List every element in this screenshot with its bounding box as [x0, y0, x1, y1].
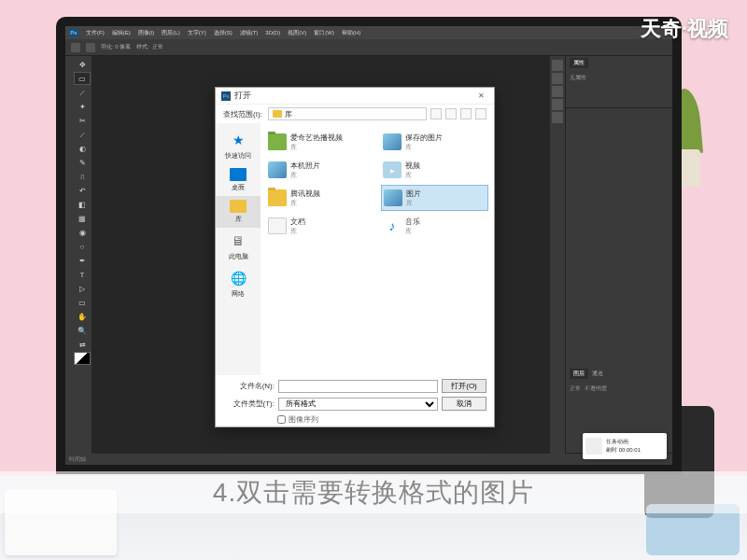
file-item[interactable]: 保存的图片 库: [381, 129, 488, 155]
cancel-button[interactable]: 取消: [442, 397, 486, 411]
style-value[interactable]: 正常: [152, 43, 163, 51]
file-item[interactable]: 腾讯视频 库: [266, 185, 374, 211]
file-item[interactable]: ♪ 音乐 库: [381, 213, 488, 239]
pictures-icon: [383, 133, 402, 150]
tab-channels[interactable]: 通道: [588, 369, 607, 379]
music-icon: ♪: [383, 217, 402, 234]
folder-icon: [268, 133, 287, 150]
panel-icon-1[interactable]: [552, 60, 563, 71]
pen-tool[interactable]: ✒: [74, 254, 91, 267]
sidebar-label: 桌面: [232, 183, 245, 192]
left-strip: [65, 56, 73, 454]
ps-logo-icon: Ps: [69, 28, 78, 37]
menu-filter[interactable]: 滤镜(T): [240, 29, 259, 37]
menu-image[interactable]: 图像(I): [138, 29, 155, 37]
notification-popup[interactable]: 任务动画 剩时 00:00:01: [583, 433, 667, 459]
zoom-tool[interactable]: 🔍: [74, 324, 91, 337]
dialog-ps-icon: Ps: [221, 91, 231, 101]
sidebar-item-net[interactable]: 🌐 网络: [216, 265, 261, 302]
blur-tool[interactable]: ◉: [74, 226, 91, 239]
filename-label: 文件名(N):: [223, 381, 275, 391]
sidebar-item-lib[interactable]: 库: [216, 196, 261, 228]
file-item[interactable]: 文档 库: [266, 213, 374, 239]
filetype-select[interactable]: 所有格式: [278, 398, 438, 411]
file-type: 库: [290, 199, 320, 208]
fg-bg-swatch[interactable]: [74, 352, 91, 365]
path-dropdown[interactable]: 库: [268, 107, 427, 120]
stamp-tool[interactable]: ⎍: [74, 170, 91, 183]
nav-back-button[interactable]: [430, 108, 442, 119]
heal-tool[interactable]: ◐: [74, 142, 91, 155]
sidebar-item-pc[interactable]: 🖥 此电脑: [216, 228, 261, 265]
tab-properties[interactable]: 属性: [570, 58, 588, 68]
dialog-titlebar: Ps 打开 ✕: [216, 88, 494, 105]
file-type: 库: [405, 227, 420, 236]
menu-layer[interactable]: 图层(L): [162, 29, 179, 37]
file-type: 库: [405, 171, 420, 180]
file-type: 库: [406, 199, 421, 208]
style-label: 样式:: [136, 43, 149, 51]
file-type: 库: [405, 143, 443, 152]
crop-tool[interactable]: ✂: [74, 114, 91, 127]
nav-view-button[interactable]: [475, 108, 486, 119]
monitor-frame: Ps 文件(F) 编辑(E) 图像(I) 图层(L) 文字(Y) 选择(S) 滤…: [56, 17, 682, 474]
tool-preset-icon[interactable]: [71, 43, 80, 52]
marquee-mode-icon[interactable]: [86, 43, 95, 52]
move-tool[interactable]: ✥: [74, 58, 91, 71]
file-item[interactable]: 视频 库: [381, 157, 488, 183]
eraser-tool[interactable]: ◧: [74, 198, 91, 211]
filename-input[interactable]: [278, 380, 438, 393]
panel-icon-5[interactable]: [552, 112, 563, 123]
lasso-tool[interactable]: ⟋: [74, 86, 91, 99]
close-icon[interactable]: ✕: [473, 91, 488, 100]
nav-up-button[interactable]: [445, 108, 457, 119]
sequence-checkbox[interactable]: [277, 415, 286, 424]
sidebar-label: 网络: [232, 289, 245, 299]
open-button[interactable]: 打开(O): [442, 379, 486, 393]
panel-icon-4[interactable]: [552, 99, 563, 110]
open-dialog: Ps 打开 ✕ 查找范围(I): 库 ★: [215, 87, 495, 427]
watermark: 天奇·视频: [641, 15, 728, 43]
menu-select[interactable]: 选择(S): [214, 29, 233, 37]
panel-icon-2[interactable]: [552, 73, 563, 84]
menu-edit[interactable]: 编辑(E): [112, 29, 131, 37]
sidebar-item-desktop[interactable]: 桌面: [216, 164, 261, 196]
file-name: 腾讯视频: [290, 189, 320, 199]
shape-tool[interactable]: ▭: [74, 296, 91, 309]
panel-icon-3[interactable]: [552, 86, 563, 97]
file-name: 文档: [290, 217, 305, 227]
dialog-title: 打开: [234, 90, 473, 102]
marquee-tool[interactable]: ▭: [74, 72, 91, 85]
file-item[interactable]: 爱奇艺热播视频 库: [266, 129, 374, 155]
menu-view[interactable]: 视图(V): [288, 29, 306, 37]
video-icon: [383, 161, 402, 178]
file-item[interactable]: 本机照片 库: [266, 157, 374, 183]
eyedropper-tool[interactable]: ⟋: [74, 128, 91, 141]
sidebar-item-quick[interactable]: ★ 快速访问: [216, 127, 261, 164]
feather-label: 羽化: 0 像素: [101, 43, 131, 51]
color-swap-icon[interactable]: ⇄: [74, 338, 91, 351]
menu-type[interactable]: 文字(Y): [188, 29, 206, 37]
menu-3d[interactable]: 3D(D): [265, 30, 280, 35]
path-tool[interactable]: ▷: [74, 282, 91, 295]
wand-tool[interactable]: ✦: [74, 100, 91, 113]
dodge-tool[interactable]: ○: [74, 240, 91, 253]
menu-window[interactable]: 窗口(W): [314, 29, 334, 37]
file-type: 库: [290, 227, 305, 236]
menu-file[interactable]: 文件(F): [86, 29, 105, 37]
right-icon-strip: [550, 56, 565, 454]
tab-layers[interactable]: 图层: [570, 369, 588, 379]
hand-tool[interactable]: ✋: [74, 310, 91, 323]
brush-tool[interactable]: ✎: [74, 156, 91, 169]
sequence-checkbox-row: 图像序列: [277, 414, 486, 425]
file-name: 本机照片: [290, 161, 320, 171]
gradient-tool[interactable]: ▦: [74, 212, 91, 225]
type-tool[interactable]: T: [74, 268, 91, 281]
blend-mode[interactable]: 正常: [570, 385, 581, 393]
menu-help[interactable]: 帮助(H): [342, 29, 360, 37]
folder-icon: [268, 189, 287, 206]
folder-icon: [273, 110, 282, 118]
nav-new-button[interactable]: [460, 108, 472, 119]
history-brush-tool[interactable]: ↶: [74, 184, 91, 197]
file-item-selected[interactable]: 图片 库: [381, 185, 488, 211]
